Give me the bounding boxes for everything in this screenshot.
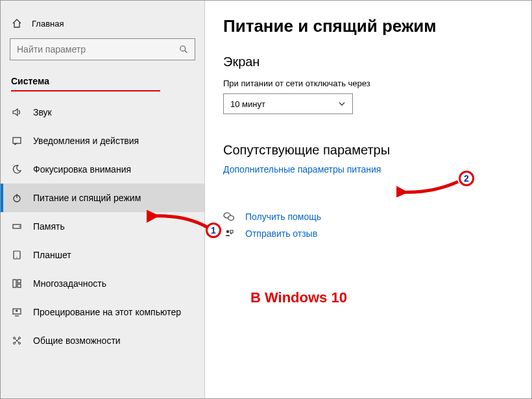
sidebar-item-label: Планшет <box>33 250 71 260</box>
notifications-icon <box>11 135 23 147</box>
svg-point-19 <box>226 230 229 233</box>
sidebar-item-label: Многозадачность <box>33 278 106 289</box>
svg-rect-11 <box>18 284 21 287</box>
search-box[interactable] <box>10 38 195 60</box>
sidebar: Главная Система Звук Уведомления и дейст… <box>1 1 205 398</box>
sidebar-home-label: Главная <box>32 19 64 29</box>
feedback-icon <box>223 228 235 239</box>
get-help-link[interactable]: Получить помощь <box>245 212 321 222</box>
annotation-badge-2: 2 <box>459 171 474 186</box>
sidebar-item-label: Фокусировка внимания <box>33 164 131 175</box>
moon-icon <box>11 163 23 175</box>
storage-icon <box>11 221 23 232</box>
page-title: Питание и спящий режим <box>223 16 513 36</box>
svg-rect-10 <box>18 280 21 283</box>
dropdown-value: 10 минут <box>230 99 265 109</box>
sidebar-item-power[interactable]: Питание и спящий режим <box>1 184 204 212</box>
related-heading: Сопутствующие параметры <box>223 143 513 158</box>
sidebar-item-label: Звук <box>33 107 52 117</box>
help-icon <box>223 211 235 223</box>
sidebar-item-projecting[interactable]: Проецирование на этот компьютер <box>1 298 204 326</box>
sidebar-item-multitask[interactable]: Многозадачность <box>1 269 204 298</box>
svg-point-8 <box>16 257 17 258</box>
sidebar-item-sound[interactable]: Звук <box>1 98 204 127</box>
tablet-icon <box>11 249 23 261</box>
feedback-row[interactable]: Отправить отзыв <box>223 228 513 239</box>
sidebar-item-notifications[interactable]: Уведомления и действия <box>1 127 204 155</box>
svg-rect-2 <box>13 138 21 143</box>
sidebar-item-label: Проецирование на этот компьютер <box>33 307 181 317</box>
svg-point-6 <box>19 226 20 227</box>
search-input[interactable] <box>17 44 179 54</box>
shared-icon <box>11 335 23 346</box>
search-icon <box>179 45 188 54</box>
projecting-icon <box>11 306 23 318</box>
power-icon <box>11 192 23 204</box>
sidebar-section-label: Система <box>1 71 204 90</box>
svg-line-1 <box>185 51 187 53</box>
sidebar-item-label: Уведомления и действия <box>33 136 139 146</box>
screen-field-label: При питании от сети отключать через <box>223 79 513 88</box>
feedback-link[interactable]: Отправить отзыв <box>245 228 317 239</box>
sidebar-item-label: Общие возможности <box>33 335 121 346</box>
sidebar-item-shared[interactable]: Общие возможности <box>1 326 204 355</box>
svg-point-0 <box>180 46 186 51</box>
sidebar-home[interactable]: Главная <box>1 14 204 38</box>
sidebar-item-label: Питание и спящий режим <box>33 193 141 203</box>
annotation-caption: В Windows 10 <box>250 289 347 306</box>
home-icon <box>11 18 23 29</box>
sidebar-item-tablet[interactable]: Планшет <box>1 241 204 269</box>
annotation-badge-1: 1 <box>206 223 221 238</box>
chevron-down-icon <box>338 100 346 108</box>
sidebar-item-label: Память <box>33 221 65 232</box>
help-block: Получить помощь Отправить отзыв <box>223 211 513 239</box>
screen-heading: Экран <box>223 54 513 69</box>
annotation-underline <box>11 90 160 91</box>
get-help-row[interactable]: Получить помощь <box>223 211 513 223</box>
multitask-icon <box>11 278 23 289</box>
svg-rect-9 <box>13 280 16 287</box>
sidebar-item-focus[interactable]: Фокусировка внимания <box>1 155 204 184</box>
svg-point-18 <box>228 216 234 221</box>
main-content: Питание и спящий режим Экран При питании… <box>205 1 531 398</box>
speaker-icon <box>11 106 23 118</box>
sidebar-item-storage[interactable]: Память <box>1 212 204 241</box>
screen-timeout-dropdown[interactable]: 10 минут <box>223 93 353 114</box>
additional-power-link[interactable]: Дополнительные параметры питания <box>223 164 381 175</box>
